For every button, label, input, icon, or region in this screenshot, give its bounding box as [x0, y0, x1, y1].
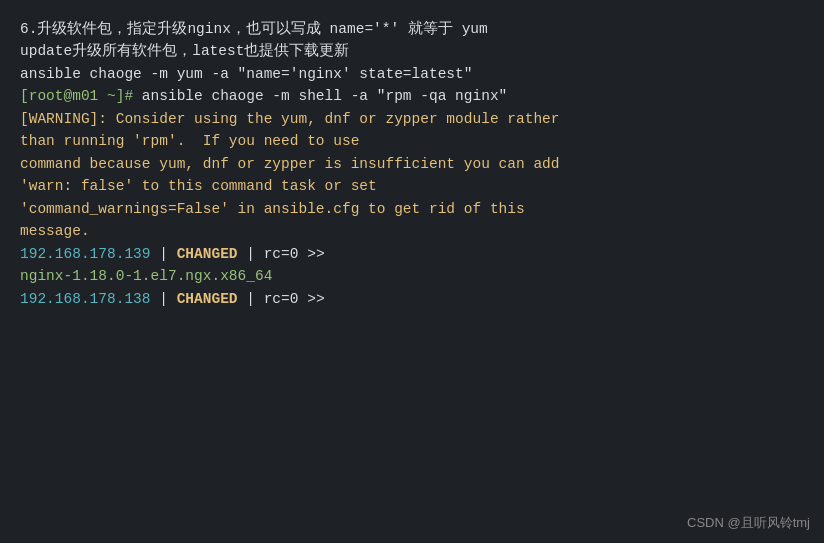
- terminal-line: ansible chaoge -m yum -a "name='nginx' s…: [20, 63, 804, 85]
- terminal-text: command because yum, dnf or zypper is in…: [20, 156, 560, 172]
- terminal-text: 'warn: false' to this command task or se…: [20, 178, 377, 194]
- terminal-text: CHANGED: [177, 291, 238, 307]
- terminal-line: command because yum, dnf or zypper is in…: [20, 153, 804, 175]
- terminal-line: [root@m01 ~]# ansible chaoge -m shell -a…: [20, 85, 804, 107]
- terminal-text: 192.168.178.138: [20, 291, 151, 307]
- terminal-line: nginx-1.18.0-1.el7.ngx.x86_64: [20, 265, 804, 287]
- terminal-line: [WARNING]: Consider using the yum, dnf o…: [20, 108, 804, 130]
- terminal-text: rc=0 >>: [264, 291, 325, 307]
- terminal-text: ansible chaoge -m shell -a "rpm -qa ngin…: [142, 88, 507, 104]
- terminal-text: [WARNING]: Consider using the yum, dnf o…: [20, 111, 560, 127]
- terminal-line: 'warn: false' to this command task or se…: [20, 175, 804, 197]
- terminal-text: nginx-1.18.0-1.el7.ngx.x86_64: [20, 268, 272, 284]
- terminal-text: message.: [20, 223, 90, 239]
- terminal-text: ansible chaoge -m yum -a "name='nginx' s…: [20, 66, 472, 82]
- terminal-text: 'command_warnings=False' in ansible.cfg …: [20, 201, 525, 217]
- terminal-line: than running 'rpm'. If you need to use: [20, 130, 804, 152]
- terminal-text: 192.168.178.139: [20, 246, 151, 262]
- terminal-text: 6.升级软件包，指定升级nginx，也可以写成 name='*' 就等于 yum: [20, 21, 488, 37]
- terminal-line: 192.168.178.138 | CHANGED | rc=0 >>: [20, 288, 804, 310]
- terminal-line: message.: [20, 220, 804, 242]
- terminal-text: |: [238, 291, 264, 307]
- terminal-line: update升级所有软件包，latest也提供下载更新: [20, 40, 804, 62]
- terminal-window: 6.升级软件包，指定升级nginx，也可以写成 name='*' 就等于 yum…: [0, 0, 824, 543]
- terminal-text: update升级所有软件包，latest也提供下载更新: [20, 43, 349, 59]
- terminal-line: 6.升级软件包，指定升级nginx，也可以写成 name='*' 就等于 yum: [20, 18, 804, 40]
- terminal-text: |: [151, 246, 177, 262]
- terminal-text: CHANGED: [177, 246, 238, 262]
- terminal-text: [root@m01 ~]#: [20, 88, 142, 104]
- terminal-text: rc=0 >>: [264, 246, 325, 262]
- terminal-content: 6.升级软件包，指定升级nginx，也可以写成 name='*' 就等于 yum…: [20, 18, 804, 310]
- terminal-text: |: [238, 246, 264, 262]
- terminal-line: 192.168.178.139 | CHANGED | rc=0 >>: [20, 243, 804, 265]
- terminal-text: |: [151, 291, 177, 307]
- terminal-text: than running 'rpm'. If you need to use: [20, 133, 359, 149]
- terminal-line: 'command_warnings=False' in ansible.cfg …: [20, 198, 804, 220]
- watermark: CSDN @且听风铃tmj: [687, 513, 810, 533]
